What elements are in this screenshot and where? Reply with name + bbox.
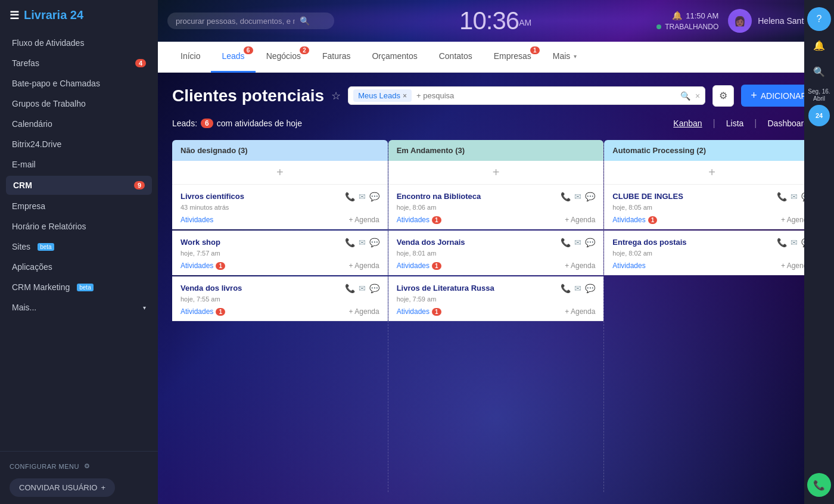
avatar: 👩🏾 bbox=[728, 9, 752, 33]
column-add-col3[interactable]: + bbox=[604, 161, 820, 185]
kanban-card[interactable]: Livros científicos 📞 ✉ 💬 43 minutos atrá… bbox=[172, 185, 388, 229]
sidebar-item-calendário[interactable]: Calendário bbox=[0, 114, 158, 134]
sidebar-item-horário_e_relatórios[interactable]: Horário e Relatórios bbox=[0, 216, 158, 237]
sidebar-item-sites[interactable]: Sitesbeta bbox=[0, 237, 158, 257]
phone-icon[interactable]: 📞 bbox=[561, 192, 571, 201]
activities-button[interactable]: Atividades bbox=[181, 216, 213, 224]
kanban-card[interactable]: Entrega dos postais 📞 ✉ 💬 hoje, 8:02 am … bbox=[604, 231, 820, 275]
kanban-column-col3: Automatic Processing (2)+ CLUBE DE INGLE… bbox=[604, 140, 820, 492]
sidebar-item-crm_marketing[interactable]: CRM Marketingbeta bbox=[0, 277, 158, 297]
gear-icon: ⚙ bbox=[84, 462, 91, 470]
agenda-button[interactable]: + Agenda bbox=[349, 307, 379, 316]
invite-user-button[interactable]: CONVIDAR USUÁRIO + bbox=[10, 478, 115, 497]
sidebar-item-crm[interactable]: CRM9 bbox=[6, 176, 152, 195]
activities-button[interactable]: Atividades bbox=[612, 262, 645, 270]
agenda-button[interactable]: + Agenda bbox=[565, 262, 595, 270]
email-icon[interactable]: ✉ bbox=[791, 238, 798, 247]
activities-button[interactable]: Atividades 1 bbox=[612, 216, 657, 224]
phone-icon[interactable]: 📞 bbox=[345, 192, 355, 201]
call-button[interactable]: 📞 bbox=[807, 473, 831, 497]
search-button[interactable]: 🔍 bbox=[807, 60, 831, 83]
activities-button[interactable]: Atividades 1 bbox=[397, 262, 441, 270]
email-icon[interactable]: ✉ bbox=[574, 284, 581, 293]
search-bar[interactable]: 🔍 bbox=[167, 13, 334, 29]
activities-button[interactable]: Atividades 1 bbox=[181, 262, 225, 270]
agenda-button[interactable]: + Agenda bbox=[565, 307, 595, 316]
filter-search-icon[interactable]: 🔍 bbox=[680, 91, 690, 101]
email-icon[interactable]: ✉ bbox=[574, 238, 581, 247]
email-icon[interactable]: ✉ bbox=[574, 192, 581, 201]
tab-leads[interactable]: Leads6 bbox=[211, 42, 255, 73]
cards-col2: Encontro na Biblioteca 📞 ✉ 💬 hoje, 8:06 … bbox=[388, 185, 604, 492]
filter-clear-icon[interactable]: × bbox=[695, 91, 700, 101]
chat-icon[interactable]: 💬 bbox=[585, 192, 595, 201]
sidebar-item-e-mail[interactable]: E-mail bbox=[0, 154, 158, 175]
star-icon[interactable]: ☆ bbox=[331, 89, 341, 102]
tab-início[interactable]: Início bbox=[170, 42, 211, 73]
chat-icon[interactable]: 💬 bbox=[369, 284, 379, 293]
sidebar-item-grupos_de_trabalho[interactable]: Grupos de Trabalho bbox=[0, 94, 158, 114]
view-btn-lista[interactable]: Lista bbox=[719, 116, 751, 130]
kanban-card[interactable]: CLUBE DE INGLES 📞 ✉ 💬 hoje, 8:05 am Ativ… bbox=[604, 185, 820, 229]
right-panel: ? 🔔 🔍 Seg, 16.Abril 24 📞 bbox=[804, 0, 834, 504]
sidebar-item-aplicações[interactable]: Aplicações bbox=[0, 257, 158, 277]
agenda-button[interactable]: + Agenda bbox=[349, 262, 379, 270]
clock-time: 10:36 bbox=[459, 7, 519, 35]
phone-icon[interactable]: 📞 bbox=[777, 238, 787, 247]
activities-button[interactable]: Atividades 1 bbox=[397, 216, 441, 224]
kanban-card[interactable]: Work shop 📞 ✉ 💬 hoje, 7:57 am Atividades… bbox=[172, 231, 388, 275]
email-icon[interactable]: ✉ bbox=[791, 192, 798, 201]
search-input[interactable] bbox=[176, 17, 295, 26]
help-button[interactable]: ? bbox=[807, 7, 831, 31]
sidebar-item-bitrix24.drive[interactable]: Bitrix24.Drive bbox=[0, 134, 158, 154]
activities-button[interactable]: Atividades 1 bbox=[181, 307, 225, 316]
alarm-time: 11:50 AM bbox=[686, 11, 718, 20]
configure-menu-row[interactable]: CONFIGURAR MENU ⚙ bbox=[10, 459, 148, 474]
tab-mais[interactable]: Mais▾ bbox=[542, 42, 588, 73]
tab-faturas[interactable]: Faturas bbox=[312, 42, 361, 73]
filter-chip-close-icon[interactable]: × bbox=[403, 92, 407, 100]
tab-negócios[interactable]: Negócios2 bbox=[256, 42, 312, 73]
chat-icon[interactable]: 💬 bbox=[369, 238, 379, 247]
phone-icon[interactable]: 📞 bbox=[561, 238, 571, 247]
sidebar-item-tarefas[interactable]: Tarefas4 bbox=[0, 53, 158, 73]
email-icon[interactable]: ✉ bbox=[359, 192, 366, 201]
sidebar-item-mais...[interactable]: Mais...▾ bbox=[0, 297, 158, 318]
tab-contatos[interactable]: Contatos bbox=[428, 42, 483, 73]
kanban-card[interactable]: Venda dos Jornais 📞 ✉ 💬 hoje, 8:01 am At… bbox=[388, 231, 604, 275]
agenda-button[interactable]: + Agenda bbox=[349, 216, 379, 224]
agenda-button[interactable]: + Agenda bbox=[565, 216, 595, 224]
filter-chip[interactable]: Meus Leads × bbox=[353, 89, 412, 102]
kanban-card[interactable]: Venda dos livros 📞 ✉ 💬 hoje, 7:55 am Ati… bbox=[172, 276, 388, 321]
email-icon[interactable]: ✉ bbox=[359, 238, 366, 247]
chat-icon[interactable]: 💬 bbox=[585, 284, 595, 293]
notification-button[interactable]: 🔔 bbox=[807, 33, 831, 57]
activities-button[interactable]: Atividades 1 bbox=[397, 307, 441, 316]
phone-icon[interactable]: 📞 bbox=[345, 238, 355, 247]
kanban-card[interactable]: Encontro na Biblioteca 📞 ✉ 💬 hoje, 8:06 … bbox=[388, 185, 604, 229]
view-toggles: Kanban|Lista|Dashboards bbox=[666, 116, 820, 130]
search-icon[interactable]: 🔍 bbox=[300, 16, 310, 26]
settings-button[interactable]: ⚙ bbox=[712, 85, 734, 107]
column-add-col2[interactable]: + bbox=[388, 161, 604, 185]
phone-icon[interactable]: 📞 bbox=[561, 284, 571, 293]
sidebar-nav: Fluxo de AtividadesTarefas4Bate-papo e C… bbox=[0, 30, 158, 451]
view-btn-kanban[interactable]: Kanban bbox=[666, 116, 709, 130]
email-icon[interactable]: ✉ bbox=[359, 284, 366, 293]
chat-icon[interactable]: 💬 bbox=[585, 238, 595, 247]
bitrix-button[interactable]: 24 bbox=[808, 105, 830, 126]
kanban-card[interactable]: Livros de Literatura Russa 📞 ✉ 💬 hoje, 7… bbox=[388, 276, 604, 321]
tab-empresas[interactable]: Empresas1 bbox=[483, 42, 542, 73]
column-add-col1[interactable]: + bbox=[172, 161, 388, 185]
menu-icon[interactable]: ☰ bbox=[10, 9, 19, 22]
sidebar-header[interactable]: ☰ Livraria 24 bbox=[0, 0, 158, 30]
sidebar-item-bate-papo_e_chamadas[interactable]: Bate-papo e Chamadas bbox=[0, 73, 158, 94]
sidebar-item-empresa[interactable]: Empresa bbox=[0, 196, 158, 216]
kanban-board: Não designado (3)+ Livros científicos 📞 … bbox=[172, 140, 820, 492]
tab-orçamentos[interactable]: Orçamentos bbox=[361, 42, 428, 73]
chat-icon[interactable]: 💬 bbox=[369, 192, 379, 201]
sidebar-item-fluxo_de_atividades[interactable]: Fluxo de Atividades bbox=[0, 33, 158, 53]
phone-icon[interactable]: 📞 bbox=[777, 192, 787, 201]
phone-icon[interactable]: 📞 bbox=[345, 284, 355, 293]
filter-input[interactable] bbox=[416, 91, 676, 100]
